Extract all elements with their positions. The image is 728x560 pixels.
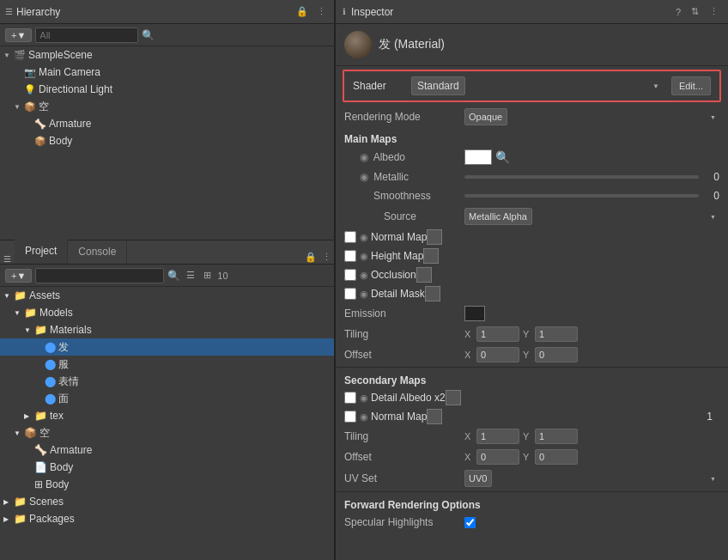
asset-label: 服 [58,357,69,372]
hierarchy-header: ☰ Hierarchy 🔒 ⋮ [0,0,334,24]
asset-label: 空 [39,426,50,441]
asset-item-materials[interactable]: ▼ 📁 Materials [0,321,334,338]
asset-item-fa[interactable]: ⬤ 发 [0,338,334,356]
tree-item-body[interactable]: 📦 Body [0,132,334,149]
offset-row: Offset X Y [336,344,728,365]
project-lock-btn[interactable]: 🔒 [302,251,319,264]
occlusion-row: ◉ Occlusion [336,265,728,284]
asset-item-fu[interactable]: ⬤ 服 [0,356,334,373]
detail-albedo-label: Detail Albedo x2 [371,392,446,404]
secondary-tiling-y-input[interactable] [535,429,578,444]
secondary-normal-preview[interactable] [427,409,442,424]
detail-albedo-checkbox[interactable] [344,392,356,404]
secondary-offset-x-input[interactable] [476,449,519,465]
shader-label: Shader [353,80,404,92]
material-icon: ⬤ [45,341,56,353]
hierarchy-lock-btn[interactable]: 🔒 [294,5,311,18]
tab-console[interactable]: Console [68,240,127,264]
asset-label: Scenes [29,496,64,508]
source-dropdown[interactable]: Metallic Alpha [464,208,532,225]
asset-item-assets[interactable]: ▼ 📁 Assets [0,287,334,304]
occlusion-checkbox[interactable] [344,269,356,281]
hierarchy-search-icon[interactable]: 🔍 [142,29,155,41]
asset-label: Body [50,461,73,473]
tiling-x-input[interactable] [476,326,519,342]
secondary-normal-checkbox[interactable] [344,411,356,423]
detail-mask-checkbox[interactable] [344,288,356,300]
secondary-normal-circle-icon: ◉ [360,411,368,423]
uv-set-row: UV Set UV0 [336,467,728,490]
asset-item-scenes[interactable]: ▶ 📁 Scenes [0,493,334,510]
asset-label: Assets [29,289,60,301]
offset-y-input[interactable] [535,347,578,362]
height-map-preview[interactable] [423,248,439,264]
inspector-layout-btn[interactable]: ⇅ [689,5,701,18]
offset-x-input[interactable] [476,347,519,362]
hierarchy-search[interactable] [35,27,138,43]
specular-highlights-checkbox[interactable] [464,517,476,528]
armature-icon: 🦴 [34,444,47,456]
tree-item-directional-light[interactable]: 💡 Directional Light [0,81,334,98]
asset-item-kong[interactable]: ▼ 📦 空 [0,424,334,441]
project-search[interactable] [35,268,164,283]
shader-dropdown[interactable]: Standard [411,76,465,95]
normal-map-preview[interactable] [427,229,442,245]
hierarchy-more-btn[interactable]: ⋮ [314,5,329,18]
tiling-y-input[interactable] [535,326,578,342]
height-map-circle-icon: ◉ [360,251,368,262]
tiling-label: Tiling [344,328,464,340]
inspector-help-btn[interactable]: ? [673,6,683,18]
asset-item-packages[interactable]: ▶ 📁 Packages [0,510,334,527]
smoothness-slider[interactable] [464,194,699,198]
project-filter-btn[interactable]: ☰ [184,269,197,282]
inspector-more-btn[interactable]: ⋮ [707,5,721,18]
height-map-checkbox[interactable] [344,250,356,262]
tree-item-main-camera[interactable]: 📷 Main Camera [0,64,334,81]
tab-project[interactable]: Project [15,240,68,264]
tree-item-samplescene[interactable]: ▼ 🎬 SampleScene [0,46,334,64]
emission-color-swatch[interactable] [464,306,485,321]
uv-set-dropdown[interactable]: UV0 [464,470,492,487]
arrow-icon: ▼ [14,103,24,111]
detail-mask-preview[interactable] [425,286,440,301]
rendering-mode-dropdown[interactable]: Opaque [464,108,507,125]
folder-icon: 📁 [34,324,47,336]
project-icon-btn[interactable]: ⊞ [201,269,214,282]
asset-label: 表情 [58,374,79,389]
project-search-icon[interactable]: 🔍 [167,270,180,282]
edit-shader-btn[interactable]: Edit... [671,76,711,95]
asset-item-tex[interactable]: ▶ 📁 tex [0,407,334,424]
asset-item-body1[interactable]: 📄 Body [0,459,334,476]
metallic-slider[interactable] [464,175,699,179]
tree-item-empty[interactable]: ▼ 📦 空 [0,98,334,115]
hierarchy-add-btn[interactable]: +▼ [5,28,32,42]
detail-mask-row: ◉ Detail Mask [336,284,728,303]
asset-item-models[interactable]: ▼ 📁 Models [0,304,334,321]
albedo-color-swatch[interactable] [464,149,492,165]
asset-label: tex [50,410,64,422]
project-add-btn[interactable]: +▼ [5,269,32,283]
secondary-offset-label: Offset [344,451,464,463]
secondary-tiling-x-input[interactable] [476,429,519,444]
asset-item-body2[interactable]: ⊞ Body [0,476,334,493]
eyedropper-btn[interactable]: 🔍 [495,150,510,164]
secondary-offset-y-input[interactable] [535,449,578,465]
detail-albedo-preview[interactable] [446,390,461,405]
asset-label: 面 [58,392,69,406]
asset-item-armature[interactable]: 🦴 Armature [0,441,334,459]
tree-item-armature[interactable]: 🦴 Armature [0,115,334,132]
occlusion-map-preview[interactable] [416,267,432,283]
occlusion-label: Occlusion [371,269,416,281]
material-icon: ⬤ [45,375,56,387]
asset-item-mian[interactable]: ⬤ 面 [0,390,334,407]
normal-map-checkbox[interactable] [344,231,356,243]
tree-item-label: Body [49,135,72,147]
project-tree: ▼ 📁 Assets ▼ 📁 Models ▼ 📁 Materials [0,287,334,560]
albedo-row: ◉ Albedo 🔍 [336,147,728,167]
project-more-btn[interactable]: ⋮ [319,251,334,264]
metallic-label: ◉ Metallic [344,171,464,183]
material-icon: ⬤ [45,393,56,405]
asset-item-biaocheng[interactable]: ⬤ 表情 [0,373,334,390]
folder-icon: 📁 [14,513,27,525]
empty-icon: 📦 [24,101,36,113]
